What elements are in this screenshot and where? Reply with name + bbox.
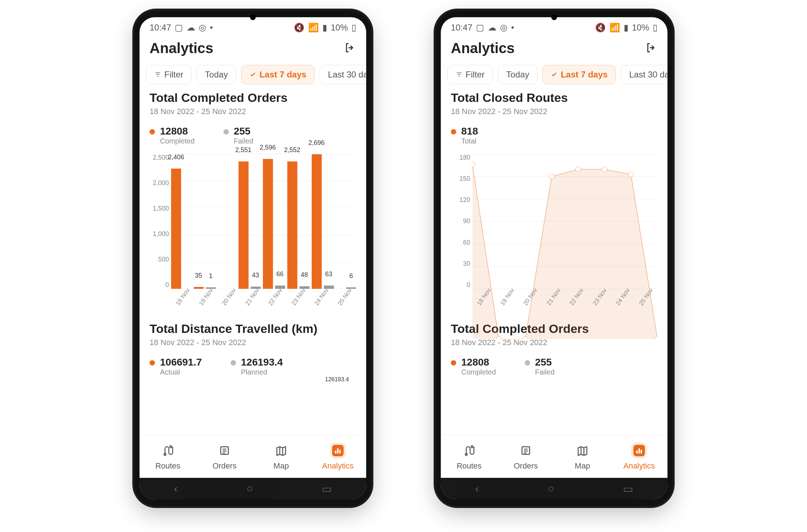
chart-peek-label: 126193.4 — [150, 376, 356, 383]
kpi-actual-value: 106691.7 — [160, 357, 202, 368]
nav-routes[interactable]: Routes — [441, 435, 497, 478]
nav-map-label: Map — [274, 461, 289, 471]
bar-value-label: 2,696 — [308, 139, 325, 147]
target-icon: ◎ — [500, 23, 508, 33]
last30-chip[interactable]: Last 30 days — [621, 65, 667, 84]
section-closed-routes: Total Closed Routes 18 Nov 2022 - 25 Nov… — [451, 91, 657, 308]
image-icon: ▢ — [175, 23, 183, 33]
svg-point-14 — [465, 453, 467, 455]
recents-icon[interactable]: ▭ — [322, 482, 332, 495]
orders2-date-range: 18 Nov 2022 - 25 Nov 2022 — [451, 338, 657, 347]
bar-failed — [228, 154, 236, 289]
battery-text: 10% — [632, 23, 649, 33]
dot-grey-icon — [231, 360, 236, 366]
android-system-nav: ‹ ○ ▭ — [140, 478, 366, 499]
today-chip[interactable]: Today — [498, 65, 537, 84]
nav-routes[interactable]: Routes — [140, 435, 196, 478]
logout-button[interactable] — [645, 42, 657, 55]
x-tick: 23 Nov — [287, 289, 310, 308]
home-icon[interactable]: ○ — [548, 482, 554, 495]
x-tick: 19 Nov — [194, 289, 218, 308]
y-tick: 1,500 — [150, 205, 171, 212]
camera-notch — [551, 14, 557, 20]
nav-orders[interactable]: Orders — [196, 435, 253, 478]
bar-value-label: 63 — [325, 270, 332, 278]
svg-rect-4 — [337, 448, 339, 453]
y-tick: 30 — [451, 260, 472, 268]
nav-map[interactable]: Map — [554, 435, 611, 478]
y-tick: 2,000 — [150, 179, 171, 187]
nav-analytics-label: Analytics — [322, 461, 354, 471]
phone-left: 10:47 ▢ ☁ ◎ • 🔇 📶 ▮ 10% ▯ Analytics — [134, 11, 371, 506]
filter-chip[interactable]: Filter — [146, 65, 192, 84]
target-icon: ◎ — [199, 23, 206, 33]
page-title: Analytics — [150, 40, 213, 56]
nav-map[interactable]: Map — [253, 435, 310, 478]
svg-point-1 — [170, 446, 171, 447]
screen-left: 10:47 ▢ ☁ ◎ • 🔇 📶 ▮ 10% ▯ Analytics — [140, 17, 366, 499]
cloud-icon: ☁ — [187, 23, 195, 33]
filter-chips: Filter Today Last 7 days Last 30 days — [441, 61, 667, 91]
bar-failed: 66 — [275, 154, 285, 289]
wifi-icon: 📶 — [609, 23, 620, 33]
home-icon[interactable]: ○ — [246, 482, 253, 495]
status-time: 10:47 — [451, 23, 472, 33]
y-tick: 60 — [451, 239, 472, 246]
bar-value-label: 2,552 — [284, 146, 300, 154]
bar-completed: 2,596 — [263, 154, 273, 289]
y-tick: 0 — [451, 281, 472, 289]
kpi-actual-label: Actual — [160, 368, 202, 376]
signal-icon: ▮ — [624, 23, 628, 33]
last7-chip[interactable]: Last 7 days — [542, 65, 616, 84]
last7-chip[interactable]: Last 7 days — [241, 65, 315, 84]
bar-completed: 2,406 — [171, 154, 181, 289]
distance-date-range: 18 Nov 2022 - 25 Nov 2022 — [150, 338, 356, 347]
x-tick: 21 Nov — [241, 289, 264, 308]
bar-failed: 48 — [299, 154, 310, 289]
line-chart-closed-routes: 1801501209060300 18 Nov19 Nov20 Nov21 No… — [451, 154, 657, 308]
svg-point-11 — [602, 167, 607, 172]
dot-orange-icon — [150, 360, 155, 366]
status-time: 10:47 — [150, 23, 171, 33]
y-tick: 500 — [150, 256, 171, 263]
y-tick: 180 — [451, 154, 472, 161]
x-tick: 20 Nov — [217, 289, 241, 308]
bar-value-label: 43 — [252, 272, 259, 279]
y-tick: 1,000 — [150, 230, 171, 238]
routes-date-range: 18 Nov 2022 - 25 Nov 2022 — [451, 107, 657, 116]
nav-analytics[interactable]: Analytics — [611, 435, 667, 478]
bar-failed — [183, 154, 192, 289]
today-chip[interactable]: Today — [197, 65, 236, 84]
svg-point-9 — [549, 174, 554, 179]
back-icon[interactable]: ‹ — [475, 482, 479, 495]
kpi-completed-value: 12808 — [160, 126, 195, 137]
bar-completed — [336, 154, 344, 289]
filter-chips: Filter Today Last 7 days Last 30 days — [140, 61, 366, 91]
wifi-icon: 📶 — [308, 23, 319, 33]
back-icon[interactable]: ‹ — [174, 482, 178, 495]
last7-label: Last 7 days — [259, 70, 306, 80]
logout-button[interactable] — [344, 42, 356, 55]
kpi-planned-value: 126193.4 — [241, 357, 283, 368]
battery-icon: ▯ — [653, 23, 657, 33]
kpi-completed-2: 12808 Completed — [451, 357, 496, 376]
bar-completed: 2,696 — [312, 154, 322, 289]
kpi-completed: 12808 Completed — [150, 126, 195, 145]
dot-icon: • — [511, 23, 514, 33]
bar-value-label: 1 — [209, 272, 212, 280]
filter-chip[interactable]: Filter — [447, 65, 493, 84]
status-bar: 10:47 ▢ ☁ ◎ • 🔇 📶 ▮ 10% ▯ — [140, 17, 366, 38]
nav-analytics[interactable]: Analytics — [310, 435, 366, 478]
bar-value-label: 66 — [276, 270, 283, 278]
svg-point-0 — [164, 453, 166, 455]
svg-rect-17 — [636, 451, 638, 453]
image-icon: ▢ — [476, 23, 484, 33]
nav-orders[interactable]: Orders — [497, 435, 554, 478]
screen-right: 10:47 ▢ ☁ ◎ • 🔇 📶 ▮ 10% ▯ Analytics — [441, 17, 667, 499]
kpi-total-routes: 818 Total — [451, 126, 478, 145]
last30-chip[interactable]: Last 30 days — [320, 65, 366, 84]
section-distance-travelled: Total Distance Travelled (km) 18 Nov 202… — [150, 322, 356, 383]
recents-icon[interactable]: ▭ — [623, 482, 633, 495]
kpi-total-value: 818 — [461, 126, 478, 137]
bar-value-label: 6 — [349, 272, 353, 280]
